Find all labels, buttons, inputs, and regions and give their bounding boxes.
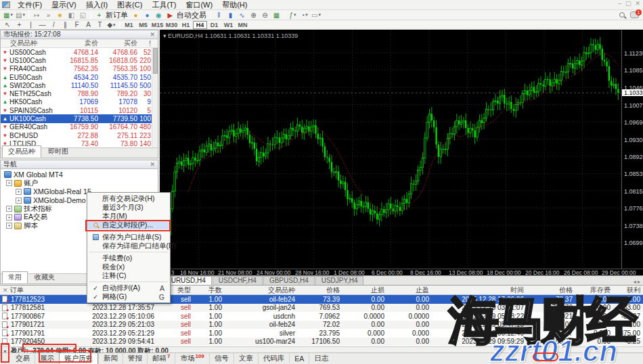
terminal-tab-警报[interactable]: 警报 <box>123 353 147 364</box>
nav-root[interactable]: XM Global MT4 <box>1 170 158 179</box>
search-icon[interactable] <box>619 12 625 18</box>
navigator-tab[interactable]: 常用 <box>2 271 28 283</box>
col-ask[interactable]: 买价 <box>98 39 137 48</box>
col-5[interactable]: 价格 <box>298 286 342 295</box>
nav-node[interactable]: + 账户 <box>1 179 158 188</box>
autotrading-icon-label[interactable]: 自动交易 <box>177 10 206 20</box>
zoom-out-icon[interactable]: ⊖ <box>260 11 270 20</box>
shapes-icon[interactable]: ◆▾ <box>106 20 116 29</box>
timeframe-M30[interactable]: M30 <box>164 21 179 29</box>
history-row[interactable]: 177901791 2023.12.29 05:21:29 sell 1.00 … <box>0 329 643 338</box>
col-bid[interactable]: 卖价 <box>60 39 98 48</box>
auto-scroll-icon[interactable]: » <box>43 11 53 20</box>
bar-chart-icon[interactable]: ‖ <box>214 11 224 20</box>
market-row[interactable]: ▼GER40Cash 16759.90 16764.70 480 <box>1 123 158 131</box>
vertical-line-icon[interactable]: | <box>26 20 36 29</box>
chart-tab-USDCHF[interactable]: USDCHF,H4 <box>213 276 263 285</box>
menu-H[interactable]: 帮助(H) <box>217 0 252 11</box>
col-3[interactable]: 手数 <box>194 286 225 295</box>
profiles-icon[interactable]: ▤▾ <box>15 11 26 20</box>
market-row[interactable]: ▼US100Cash 16815.85 16818.05 220 <box>1 56 158 64</box>
cursor-icon[interactable]: ↖ <box>3 20 13 29</box>
menu-T[interactable]: 工具(T) <box>147 0 181 11</box>
new-chart-icon[interactable]: ▦▾ <box>3 11 14 20</box>
context-menu-item[interactable]: 自定义时段(P)... <box>87 221 170 229</box>
history-row[interactable]: 177901721 2023.12.29 05:21:03 sell 1.00 … <box>0 321 643 329</box>
timeframe-D1[interactable]: D1 <box>207 21 221 29</box>
market-row[interactable]: ▼BCHUSD 272.88 275.11 223 <box>1 131 158 139</box>
windows-layout-icon[interactable]: ◧ <box>66 11 76 20</box>
expand-icon[interactable]: + <box>6 180 12 186</box>
window-control-icon[interactable]: ✕ <box>635 0 640 7</box>
fibonacci-icon[interactable]: F <box>72 20 82 29</box>
menu-C[interactable]: 图表(C) <box>112 0 147 11</box>
market-watch-scrollbar[interactable] <box>152 48 158 147</box>
close-icon[interactable]: ✕ <box>150 31 155 38</box>
col-spread[interactable]: ! <box>137 40 152 47</box>
context-menu-item[interactable]: 保存为户口结单(S) <box>87 233 170 242</box>
terminal-tab-信号[interactable]: 信号 <box>209 353 234 364</box>
col-symbol[interactable]: 交易品种 <box>1 39 60 48</box>
context-menu-item[interactable]: ✓网格(G) G <box>87 292 170 301</box>
context-menu-item[interactable]: 保存为详细户口结单(D) <box>87 242 170 250</box>
channel-icon[interactable]: ∥ <box>60 20 70 29</box>
col-8[interactable]: 时间 <box>432 286 527 295</box>
context-menu-item[interactable]: 所有交易记录(H) <box>87 194 170 203</box>
community-icon[interactable]: ● <box>142 11 152 20</box>
col-10[interactable]: 库存费 <box>575 286 613 295</box>
col-0[interactable]: ✕订单 <box>0 286 68 295</box>
chart-tab-USDJPY[interactable]: USDJPY,H4 <box>315 276 364 285</box>
web-icon[interactable]: ◉ <box>154 11 164 20</box>
market-row[interactable]: ▼US500Cash 4768.14 4768.66 52 <box>1 48 158 56</box>
context-menu-item[interactable]: ✓自动排列(A) A <box>87 283 170 292</box>
window-control-icon[interactable]: – <box>618 0 621 7</box>
terminal-tab-展示[interactable]: 展示 <box>35 353 59 364</box>
expand-icon[interactable]: + <box>6 223 12 229</box>
close-icon[interactable]: ✕ <box>0 287 10 294</box>
context-menu-item[interactable]: 手续费(o) <box>87 254 170 263</box>
close-icon[interactable]: ✕ <box>150 161 155 168</box>
menu-F[interactable]: 文件(F) <box>13 0 47 11</box>
tile-windows-icon[interactable]: ▦ <box>271 11 282 20</box>
terminal-tab-交易[interactable]: 交易 <box>11 353 35 364</box>
timeframe-MN[interactable]: MN <box>236 21 250 29</box>
context-menu-item[interactable]: 本月(M) <box>87 212 170 221</box>
context-menu-item[interactable]: 注释(C) <box>87 271 170 280</box>
terminal-tab-账户历史[interactable]: 账户历史 <box>59 352 98 364</box>
market-watch-tab[interactable]: 交易品种 <box>2 145 41 158</box>
new-order-icon-label[interactable]: 新订单 <box>106 10 128 20</box>
candle-chart-icon[interactable]: ▮ <box>225 11 236 20</box>
context-menu-item[interactable]: 最近3个月(3) <box>87 203 170 212</box>
terminal-tab-文章[interactable]: 文章 <box>234 353 258 364</box>
market-row[interactable]: ▲SWI20Cash 11140.50 11145.50 500 <box>1 81 158 89</box>
chart-shift-icon[interactable]: ↦ <box>32 11 42 20</box>
new-order-icon[interactable]: + <box>94 11 104 20</box>
menu-V[interactable]: 显示(V) <box>47 0 81 11</box>
terminal-tab-EA[interactable]: EA <box>289 354 309 363</box>
price-chart[interactable]: ▾ EURUSD,H4 1.10631 1.10631 1.10331 1.10… <box>160 30 643 275</box>
menu-W[interactable]: 窗口(W) <box>181 0 217 11</box>
history-row[interactable]: 177900867 2023.12.29 05:10:06 sell 1.00 … <box>0 312 643 321</box>
timeframe-M1[interactable]: M1 <box>122 21 136 29</box>
col-6[interactable]: 止损 <box>342 286 387 295</box>
market-watch-tab[interactable]: 即时图 <box>42 145 74 158</box>
expand-icon[interactable]: + <box>6 214 12 221</box>
terminal-tab-邮箱[interactable]: 邮箱7 <box>147 353 175 364</box>
notification-icon[interactable]: 1 <box>630 12 639 18</box>
label-icon[interactable]: T <box>95 20 105 29</box>
deposit-icon[interactable]: ● <box>131 11 141 20</box>
crosshair-icon[interactable]: + <box>14 20 24 29</box>
market-row[interactable]: ▼SPAIN35Cash 10115 10120 5 <box>1 106 158 114</box>
terminal-tab-市场[interactable]: 市场109 <box>175 353 208 364</box>
horizontal-line-icon[interactable]: — <box>37 20 47 29</box>
col-9[interactable]: 价格 <box>527 286 575 295</box>
line-chart-icon[interactable]: ∿ <box>237 11 247 20</box>
autotrading-icon[interactable]: ▶ <box>165 11 175 20</box>
navigator-tab[interactable]: 收藏夹 <box>28 271 61 283</box>
market-row[interactable]: ▲HK50Cash 17069 17078 9 <box>1 98 158 106</box>
templates-icon[interactable]: ▭▾ <box>311 11 322 20</box>
col-11[interactable]: 获利 <box>613 286 643 295</box>
favorites-icon[interactable]: ★ <box>55 11 65 20</box>
menu-I[interactable]: 插入(I) <box>81 0 112 11</box>
market-row[interactable]: ▼FRA40Cash 7562.35 7563.35 100 <box>1 65 158 73</box>
